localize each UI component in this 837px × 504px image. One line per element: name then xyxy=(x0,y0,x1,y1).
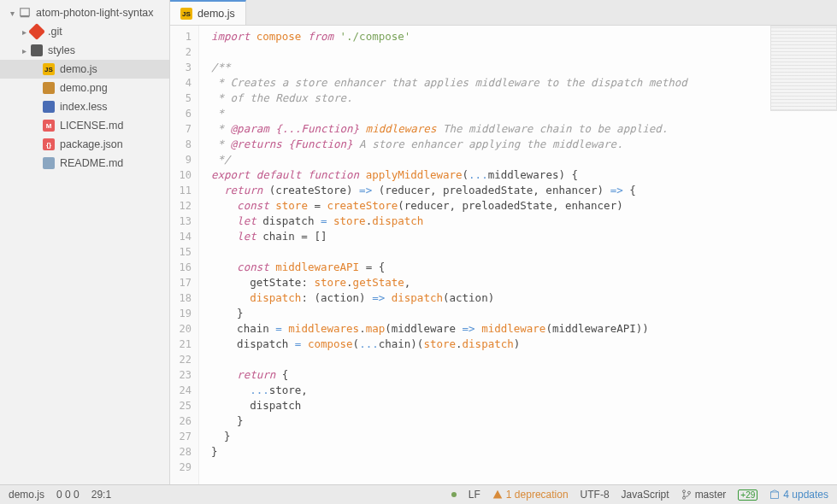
status-git-additions[interactable]: +29 xyxy=(738,489,757,501)
status-encoding[interactable]: UTF-8 xyxy=(581,489,610,501)
svg-rect-1 xyxy=(21,16,30,18)
status-counts[interactable]: 0 0 0 xyxy=(56,489,80,501)
editor-area: JS demo.js 12345678910111213141516171819… xyxy=(170,0,837,484)
status-updates[interactable]: 4 updates xyxy=(769,489,828,501)
status-deprecations[interactable]: 1 deprecation xyxy=(492,489,569,501)
file-tree-sidebar: ▾ atom-photon-light-syntax ▸ .git ▸ styl… xyxy=(0,0,170,484)
readme-file-icon xyxy=(41,157,56,169)
svg-point-3 xyxy=(682,496,685,499)
folder-icon xyxy=(29,44,44,56)
git-branch-icon xyxy=(681,489,692,500)
status-dot xyxy=(451,492,457,497)
minimap[interactable] xyxy=(770,26,837,111)
svg-point-4 xyxy=(687,491,690,494)
status-file[interactable]: demo.js xyxy=(9,489,44,501)
editor-body[interactable]: 1234567891011121314151617181920212223242… xyxy=(170,26,837,484)
tree-item-label: demo.js xyxy=(60,63,97,75)
tree-item-label: README.md xyxy=(60,157,123,169)
line-number-gutter: 1234567891011121314151617181920212223242… xyxy=(170,26,199,484)
tree-item-label: demo.png xyxy=(60,82,108,94)
status-branch[interactable]: master xyxy=(681,489,727,501)
tree-root-label: atom-photon-light-syntax xyxy=(36,7,154,19)
code-content[interactable]: import compose from './compose' /** * Cr… xyxy=(199,26,837,484)
git-icon xyxy=(29,26,44,38)
svg-rect-0 xyxy=(21,9,30,16)
main-area: ▾ atom-photon-light-syntax ▸ .git ▸ styl… xyxy=(0,0,837,484)
tree-item-file[interactable]: ▸ JS demo.js xyxy=(0,60,169,79)
package-icon xyxy=(769,489,780,500)
tree-root[interactable]: ▾ atom-photon-light-syntax xyxy=(0,3,169,22)
tree-item-file[interactable]: ▸ README.md xyxy=(0,154,169,173)
js-file-icon: JS xyxy=(180,7,192,21)
less-file-icon xyxy=(41,101,56,113)
status-bar: demo.js 0 0 0 29:1 LF 1 deprecation UTF-… xyxy=(0,484,837,504)
tree-item-folder[interactable]: ▸ styles xyxy=(0,41,169,60)
repo-icon xyxy=(17,7,32,19)
tree-item-file[interactable]: ▸ M LICENSE.md xyxy=(0,116,169,135)
tree-item-label: package.json xyxy=(60,138,123,150)
image-file-icon xyxy=(41,82,56,94)
svg-rect-5 xyxy=(771,492,779,499)
tree-item-git[interactable]: ▸ .git xyxy=(0,22,169,41)
markdown-file-icon: M xyxy=(41,120,56,132)
svg-point-2 xyxy=(682,490,685,493)
status-eol[interactable]: LF xyxy=(469,489,480,501)
warning-icon xyxy=(492,489,503,500)
chevron-right-icon: ▸ xyxy=(19,46,29,56)
tab-bar: JS demo.js xyxy=(170,0,837,26)
tree-item-file[interactable]: ▸ index.less xyxy=(0,97,169,116)
tree-item-file[interactable]: ▸ demo.png xyxy=(0,79,169,97)
tree-item-file[interactable]: ▸ {} package.json xyxy=(0,135,169,154)
json-file-icon: {} xyxy=(41,138,56,150)
tab-demo-js[interactable]: JS demo.js xyxy=(170,0,246,25)
tree-item-label: index.less xyxy=(60,101,108,113)
status-language[interactable]: JavaScript xyxy=(622,489,669,501)
chevron-right-icon: ▸ xyxy=(19,27,29,37)
tree-item-label: .git xyxy=(48,26,62,38)
chevron-down-icon: ▾ xyxy=(7,9,17,18)
tree-item-label: LICENSE.md xyxy=(60,120,123,132)
js-file-icon: JS xyxy=(41,63,56,75)
status-cursor[interactable]: 29:1 xyxy=(91,489,111,501)
tree-item-label: styles xyxy=(48,44,75,56)
tab-label: demo.js xyxy=(197,8,235,20)
